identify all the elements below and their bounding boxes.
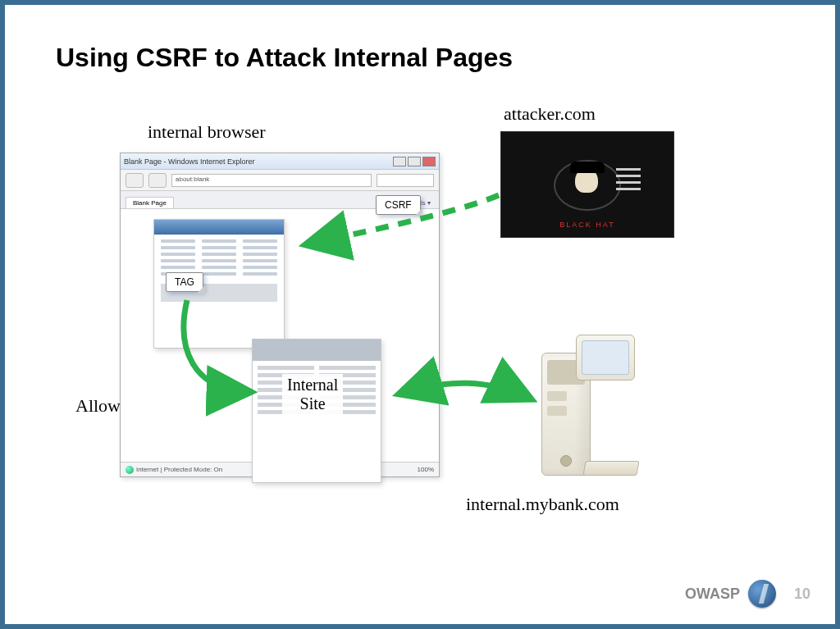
browser-title-text: Blank Page - Windows Internet Explorer xyxy=(124,157,255,166)
browser-tab: Blank Page xyxy=(126,197,174,208)
address-bar: about:blank xyxy=(171,174,372,187)
tag-callout: TAG xyxy=(166,272,203,292)
label-attacker: attacker.com xyxy=(504,103,596,125)
csrf-callout: CSRF xyxy=(376,195,421,215)
server-icon xyxy=(536,335,635,476)
label-internal-browser: internal browser xyxy=(148,121,266,143)
forward-button-icon xyxy=(148,173,167,188)
footer: OWASP 10 xyxy=(685,580,810,608)
browser-titlebar: Blank Page - Windows Internet Explorer xyxy=(121,153,439,170)
slide-title: Using CSRF to Attack Internal Pages xyxy=(56,43,513,73)
page-number: 10 xyxy=(794,586,810,603)
globe-icon xyxy=(126,466,134,474)
attacker-red-text: BLACK HAT xyxy=(501,221,673,229)
status-text: Internet | Protected Mode: On xyxy=(136,466,222,473)
browser-content xyxy=(121,209,439,462)
internal-site-label: Internal Site xyxy=(282,374,343,415)
browser-toolbar: about:blank xyxy=(121,170,439,191)
zoom-text: 100% xyxy=(418,466,434,473)
label-internal-server: internal.mybank.com xyxy=(466,494,619,515)
search-box xyxy=(377,174,434,187)
hat-icon xyxy=(570,162,605,173)
window-buttons xyxy=(393,157,436,166)
attacker-site: BLACK HAT xyxy=(500,131,674,238)
footer-org: OWASP xyxy=(685,586,740,603)
owasp-logo-icon xyxy=(748,580,776,608)
back-button-icon xyxy=(126,173,144,188)
